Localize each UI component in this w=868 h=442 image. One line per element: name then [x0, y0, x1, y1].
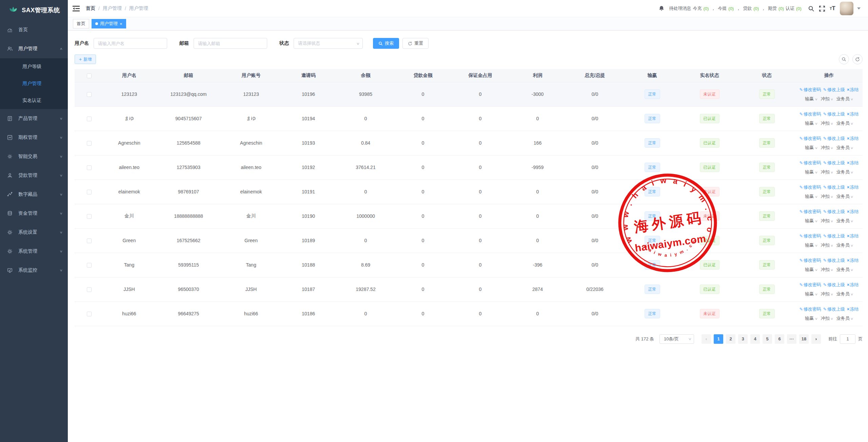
pages-ellipsis[interactable]: ···: [787, 334, 796, 344]
edit-password-link[interactable]: ✎修改密码: [800, 258, 821, 263]
tab-home[interactable]: 首页: [73, 19, 89, 28]
edit-parent-link[interactable]: ✎修改上级: [823, 87, 845, 92]
salesman-dropdown[interactable]: 业务员 ∨: [836, 96, 853, 101]
edit-password-link[interactable]: ✎修改密码: [800, 209, 821, 214]
sidebar-item-product-management[interactable]: 产品管理∨: [0, 109, 68, 128]
page-button-18[interactable]: 18: [799, 334, 809, 344]
freeze-link[interactable]: ×冻结: [847, 233, 859, 238]
font-size-icon[interactable]: TT: [830, 5, 835, 12]
deduct-dropdown[interactable]: 冲扣 ∨: [821, 121, 833, 126]
edit-parent-link[interactable]: ✎修改上级: [823, 136, 845, 141]
edit-parent-link[interactable]: ✎修改上级: [823, 185, 845, 190]
row-checkbox[interactable]: [87, 263, 92, 268]
fullscreen-icon[interactable]: [819, 5, 825, 12]
win-loss-dropdown[interactable]: 输赢 ∨: [805, 145, 817, 150]
deduct-dropdown[interactable]: 冲扣 ∨: [821, 194, 833, 199]
row-checkbox[interactable]: [87, 92, 92, 97]
bell-icon[interactable]: [658, 5, 665, 12]
win-loss-dropdown[interactable]: 输赢 ∨: [805, 194, 817, 199]
salesman-dropdown[interactable]: 业务员 ∨: [836, 291, 853, 296]
sidebar-item-user-level[interactable]: 用户等级: [0, 58, 68, 75]
sidebar-item-smart-trading[interactable]: 智能交易∨: [0, 147, 68, 166]
freeze-link[interactable]: ×冻结: [847, 111, 859, 117]
sidebar-item-system-settings[interactable]: 系统设置∨: [0, 223, 68, 242]
freeze-link[interactable]: ×冻结: [847, 307, 859, 312]
page-size-select[interactable]: 10条/页 ∨: [659, 334, 694, 344]
freeze-link[interactable]: ×冻结: [847, 185, 859, 190]
sidebar-item-system-monitor[interactable]: 系统监控∨: [0, 261, 68, 280]
search-button[interactable]: 搜索: [373, 38, 399, 49]
salesman-dropdown[interactable]: 业务员 ∨: [836, 121, 853, 126]
deduct-dropdown[interactable]: 冲扣 ∨: [821, 145, 833, 150]
sidebar-item-system-management[interactable]: 系统管理∨: [0, 242, 68, 261]
deduct-dropdown[interactable]: 冲扣 ∨: [821, 96, 833, 101]
salesman-dropdown[interactable]: 业务员 ∨: [836, 267, 853, 272]
sidebar-item-user-management-sub[interactable]: 用户管理: [0, 75, 68, 92]
salesman-dropdown[interactable]: 业务员 ∨: [836, 194, 853, 199]
win-loss-dropdown[interactable]: 输赢 ∨: [805, 243, 817, 248]
page-button-1[interactable]: 1: [714, 334, 723, 344]
status-select[interactable]: 请选择状态 ∨: [294, 38, 363, 49]
salesman-dropdown[interactable]: 业务员 ∨: [836, 243, 853, 248]
next-page-button[interactable]: ›: [811, 334, 821, 344]
salesman-dropdown[interactable]: 业务员 ∨: [836, 218, 853, 223]
win-loss-dropdown[interactable]: 输赢 ∨: [805, 169, 817, 174]
win-loss-dropdown[interactable]: 输赢 ∨: [805, 218, 817, 223]
page-button-5[interactable]: 5: [763, 334, 772, 344]
edit-parent-link[interactable]: ✎修改上级: [823, 111, 845, 117]
row-checkbox[interactable]: [87, 238, 92, 243]
deduct-dropdown[interactable]: 冲扣 ∨: [821, 291, 833, 296]
chevron-down-icon[interactable]: [857, 7, 861, 9]
freeze-link[interactable]: ×冻结: [847, 160, 859, 165]
select-all-checkbox[interactable]: [87, 73, 92, 78]
win-loss-dropdown[interactable]: 输赢 ∨: [805, 267, 817, 272]
table-search-button[interactable]: [839, 54, 849, 64]
freeze-link[interactable]: ×冻结: [847, 282, 859, 287]
edit-password-link[interactable]: ✎修改密码: [800, 307, 821, 312]
username-input[interactable]: [94, 38, 167, 49]
page-button-3[interactable]: 3: [738, 334, 748, 344]
sidebar-item-home[interactable]: 首页: [0, 20, 68, 39]
edit-password-link[interactable]: ✎修改密码: [800, 282, 821, 287]
goto-page-input[interactable]: [840, 334, 855, 344]
edit-parent-link[interactable]: ✎修改上级: [823, 282, 845, 287]
sidebar-item-user-management[interactable]: 用户管理∧: [0, 39, 68, 58]
win-loss-dropdown[interactable]: 输赢 ∨: [805, 121, 817, 126]
page-button-6[interactable]: 6: [775, 334, 784, 344]
email-input[interactable]: [194, 38, 267, 49]
deduct-dropdown[interactable]: 冲扣 ∨: [821, 316, 833, 321]
deduct-dropdown[interactable]: 冲扣 ∨: [821, 169, 833, 174]
sidebar-item-loan-management[interactable]: 贷款管理∨: [0, 166, 68, 185]
salesman-dropdown[interactable]: 业务员 ∨: [836, 316, 853, 321]
row-checkbox[interactable]: [87, 312, 92, 316]
salesman-dropdown[interactable]: 业务员 ∨: [836, 145, 853, 150]
row-checkbox[interactable]: [87, 165, 92, 170]
sidebar-item-real-name-auth[interactable]: 实名认证: [0, 92, 68, 109]
sidebar-item-digital-collection[interactable]: 数字藏品∨: [0, 185, 68, 204]
edit-parent-link[interactable]: ✎修改上级: [823, 160, 845, 165]
edit-parent-link[interactable]: ✎修改上级: [823, 307, 845, 312]
edit-parent-link[interactable]: ✎修改上级: [823, 258, 845, 263]
freeze-link[interactable]: ×冻结: [847, 136, 859, 141]
edit-parent-link[interactable]: ✎修改上级: [823, 209, 845, 214]
prev-page-button[interactable]: ‹: [702, 334, 711, 344]
deduct-dropdown[interactable]: 冲扣 ∨: [821, 218, 833, 223]
win-loss-dropdown[interactable]: 输赢 ∨: [805, 316, 817, 321]
tab-user-management[interactable]: 用户管理×: [92, 19, 126, 28]
avatar[interactable]: [840, 2, 853, 15]
reset-button[interactable]: 重置: [402, 38, 429, 49]
page-button-2[interactable]: 2: [726, 334, 735, 344]
edit-password-link[interactable]: ✎修改密码: [800, 233, 821, 238]
freeze-link[interactable]: ×冻结: [847, 87, 859, 92]
row-checkbox[interactable]: [87, 117, 92, 121]
row-checkbox[interactable]: [87, 287, 92, 292]
edit-password-link[interactable]: ✎修改密码: [800, 87, 821, 92]
breadcrumb-item[interactable]: 首页: [86, 5, 95, 12]
edit-parent-link[interactable]: ✎修改上级: [823, 233, 845, 238]
close-icon[interactable]: ×: [120, 22, 122, 26]
edit-password-link[interactable]: ✎修改密码: [800, 136, 821, 141]
freeze-link[interactable]: ×冻结: [847, 209, 859, 214]
row-checkbox[interactable]: [87, 214, 92, 219]
sidebar-item-options-management[interactable]: 期权管理∨: [0, 128, 68, 147]
win-loss-dropdown[interactable]: 输赢 ∨: [805, 291, 817, 296]
